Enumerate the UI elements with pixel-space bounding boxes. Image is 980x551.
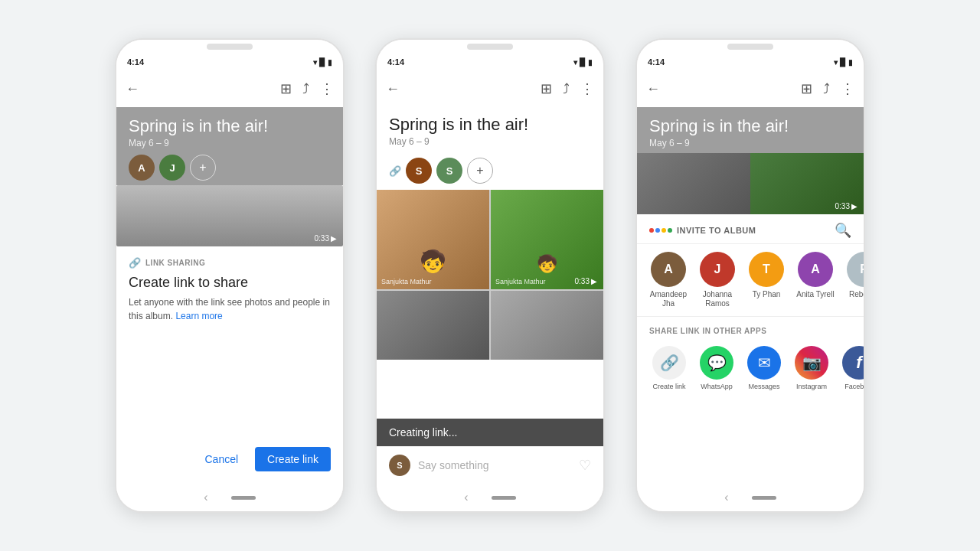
wifi-icon-3: ▾ bbox=[834, 58, 838, 67]
cancel-button-1[interactable]: Cancel bbox=[195, 447, 247, 471]
link-icon-2: 🔗 bbox=[389, 165, 401, 177]
whatsapp-name-3: WhatsApp bbox=[701, 383, 733, 390]
user-avatar-2: S bbox=[389, 455, 410, 476]
phones-container: 4:14 ▾ ▉ ▮ ← ⊞ ⤴ ⋮ Spring is in the air! bbox=[100, 23, 880, 528]
say-something-text-2[interactable]: Say something bbox=[418, 459, 489, 471]
toolbar-3: ← ⊞ ⤴ ⋮ bbox=[637, 70, 864, 107]
add-photo-icon-2[interactable]: ⊞ bbox=[541, 80, 552, 97]
share-app-instagram[interactable]: 📷 Instagram bbox=[792, 346, 831, 390]
status-icons-3: ▾ ▉ ▮ bbox=[834, 58, 853, 67]
dot-yellow-3 bbox=[662, 228, 666, 233]
contact-item-3-4[interactable]: A Anita Tyrell bbox=[796, 252, 835, 308]
create-link-button-1[interactable]: Create link bbox=[255, 447, 331, 471]
contact-avatar-3-4: A bbox=[798, 252, 833, 287]
contact-avatar-3-1: A bbox=[651, 252, 686, 287]
add-photo-icon-1[interactable]: ⊞ bbox=[280, 80, 292, 97]
photo-cell-2-3 bbox=[377, 291, 489, 360]
create-link-icon-3: 🔗 bbox=[652, 346, 686, 380]
avatar-row-2: 🔗 S S + bbox=[377, 152, 603, 190]
contact-name-3-2: JohannaRamos bbox=[703, 290, 732, 308]
album-header-gray-1: Spring is in the air! May 6 – 9 A J + bbox=[116, 107, 343, 185]
contact-item-3-5[interactable]: R Rebekah bbox=[845, 252, 864, 308]
search-icon-3[interactable]: 🔍 bbox=[835, 222, 851, 239]
back-icon-2[interactable]: ← bbox=[386, 81, 400, 97]
dialog-title-1: Create link to share bbox=[129, 275, 331, 291]
invite-title-3: INVITE TO ALBUM bbox=[677, 226, 756, 235]
more-icon-2[interactable]: ⋮ bbox=[580, 80, 594, 97]
status-bar-2: 4:14 ▾ ▉ ▮ bbox=[377, 54, 603, 70]
share-apps-row-3: 🔗 Create link 💬 WhatsApp ✉ Messages 📷 In… bbox=[637, 340, 864, 396]
photo-strip-1: 0:33 ▶ bbox=[116, 185, 343, 246]
add-contact-btn-1[interactable]: + bbox=[190, 155, 216, 181]
contact-avatar-3-3: T bbox=[749, 252, 784, 287]
facebook-icon-3: f bbox=[842, 346, 864, 380]
more-icon-3[interactable]: ⋮ bbox=[841, 80, 854, 97]
video-timer-2: 0:33 ▶ bbox=[575, 277, 597, 285]
phone-3: 4:14 ▾ ▉ ▮ ← ⊞ ⤴ ⋮ Spring is in the air! bbox=[635, 38, 865, 513]
link-sharing-header-1: 🔗 LINK SHARING bbox=[116, 246, 343, 272]
contact-name-3-4: Anita Tyrell bbox=[796, 290, 834, 299]
status-time-2: 4:14 bbox=[387, 57, 404, 67]
phone-1: 4:14 ▾ ▉ ▮ ← ⊞ ⤴ ⋮ Spring is in the air! bbox=[115, 38, 345, 513]
contact-item-3-1[interactable]: A AmandeepJha bbox=[649, 252, 688, 308]
back-nav-2[interactable]: ‹ bbox=[464, 491, 468, 504]
contact-name-3-1: AmandeepJha bbox=[650, 290, 687, 308]
album-title-3: Spring is in the air! bbox=[649, 116, 851, 136]
google-dots-3 bbox=[649, 228, 672, 233]
contact-name-3-3: Ty Phan bbox=[753, 290, 781, 299]
share-app-facebook[interactable]: f Facebo... bbox=[839, 346, 864, 390]
contact-item-3-3[interactable]: T Ty Phan bbox=[747, 252, 786, 308]
back-nav-1[interactable]: ‹ bbox=[204, 491, 207, 504]
phone-bottom-3: ‹ bbox=[637, 484, 864, 511]
photo-right-3: 0:33 ▶ bbox=[750, 153, 864, 214]
wifi-icon-2: ▾ bbox=[573, 58, 577, 67]
photo-label-2-2: Sanjukta Mathur bbox=[495, 278, 546, 285]
status-time-1: 4:14 bbox=[127, 57, 144, 67]
contacts-row-3: A AmandeepJha J JohannaRamos T Ty Phan A… bbox=[637, 244, 864, 316]
phone-bottom-2: ‹ bbox=[377, 484, 603, 511]
toolbar-icons-2: ⊞ ⤴ ⋮ bbox=[541, 80, 594, 97]
share-icon-1[interactable]: ⤴ bbox=[302, 81, 309, 97]
back-nav-3[interactable]: ‹ bbox=[724, 491, 728, 504]
share-app-messages[interactable]: ✉ Messages bbox=[744, 346, 784, 390]
more-icon-1[interactable]: ⋮ bbox=[320, 80, 334, 97]
album-date-2: May 6 – 9 bbox=[389, 136, 591, 147]
phone-screen-1: 4:14 ▾ ▉ ▮ ← ⊞ ⤴ ⋮ Spring is in the air! bbox=[116, 54, 343, 511]
share-icon-2[interactable]: ⤴ bbox=[563, 81, 570, 97]
share-icon-3[interactable]: ⤴ bbox=[823, 81, 830, 97]
dialog-desc-1: Let anyone with the link see photos and … bbox=[129, 295, 331, 323]
avatar-2-1: S bbox=[406, 158, 432, 184]
photo-header-3: 0:33 ▶ bbox=[637, 153, 864, 214]
toolbar-icons-3: ⊞ ⤴ ⋮ bbox=[801, 80, 854, 97]
link-sharing-label-1: LINK SHARING bbox=[145, 259, 205, 267]
battery-icon-2: ▮ bbox=[588, 58, 593, 67]
toolbar-icons-1: ⊞ ⤴ ⋮ bbox=[280, 80, 334, 97]
creating-overlay-2: Creating link... bbox=[377, 419, 603, 446]
back-icon-3[interactable]: ← bbox=[646, 81, 660, 97]
back-icon-1[interactable]: ← bbox=[126, 81, 139, 97]
signal-icon-2: ▉ bbox=[580, 58, 586, 67]
add-contact-btn-2[interactable]: + bbox=[467, 158, 493, 184]
phone-screen-3: 4:14 ▾ ▉ ▮ ← ⊞ ⤴ ⋮ Spring is in the air! bbox=[637, 54, 864, 511]
instagram-icon-3: 📷 bbox=[795, 346, 828, 380]
album-title-1: Spring is in the air! bbox=[129, 116, 331, 136]
share-app-whatsapp[interactable]: 💬 WhatsApp bbox=[697, 346, 737, 390]
phone-screen-2: 4:14 ▾ ▉ ▮ ← ⊞ ⤴ ⋮ Spring is in the air! bbox=[377, 54, 603, 511]
phone-2: 4:14 ▾ ▉ ▮ ← ⊞ ⤴ ⋮ Spring is in the air! bbox=[375, 38, 605, 513]
photo-grid-area-2: 🧒 Sanjukta Mathur 🧒 0:33 ▶ Sanjukta Math… bbox=[377, 190, 603, 446]
dialog-content-1: Create link to share Let anyone with the… bbox=[116, 272, 343, 439]
video-timer-1: 0:33 ▶ bbox=[315, 234, 337, 243]
share-link-label-3: SHARE LINK IN OTHER APPS bbox=[649, 327, 766, 335]
album-header-white-2: Spring is in the air! May 6 – 9 bbox=[377, 107, 603, 152]
phone-notch-1 bbox=[207, 44, 253, 50]
creating-text-2: Creating link... bbox=[389, 426, 457, 439]
album-header-gray-3: Spring is in the air! May 6 – 9 bbox=[637, 107, 864, 153]
link-icon-1: 🔗 bbox=[129, 257, 141, 269]
add-photo-icon-3[interactable]: ⊞ bbox=[801, 80, 812, 97]
share-app-create-link[interactable]: 🔗 Create link bbox=[649, 346, 689, 390]
contact-item-3-2[interactable]: J JohannaRamos bbox=[698, 252, 737, 308]
facebook-name-3: Facebo... bbox=[844, 383, 864, 390]
photo-cell-2-1: 🧒 Sanjukta Mathur bbox=[377, 190, 489, 289]
learn-more-link-1[interactable]: Learn more bbox=[175, 311, 222, 321]
heart-icon-2[interactable]: ♡ bbox=[579, 457, 591, 474]
